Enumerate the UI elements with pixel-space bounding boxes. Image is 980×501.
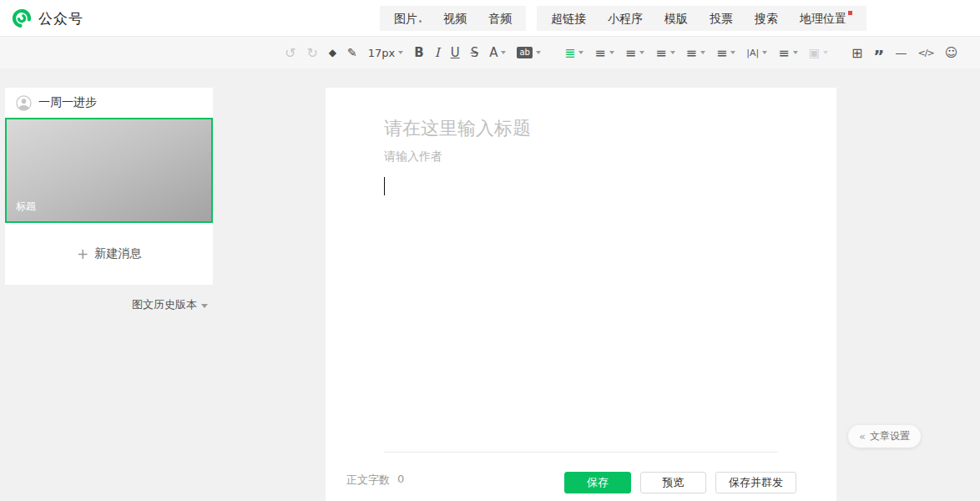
horizontal-rule-button[interactable]: — (891, 42, 912, 63)
italic-button[interactable]: I (430, 42, 445, 63)
top-header: 公众号 图片 视频 音频 超链接 小程序 (0, 0, 980, 37)
unordered-list-dropdown[interactable]: ≣ (559, 42, 589, 63)
menu-item-image-label: 图片 (394, 6, 417, 31)
menu-item-search[interactable]: 搜索 (744, 6, 789, 31)
article-card-selected[interactable]: 标题 (5, 118, 213, 223)
code-icon: </> (918, 48, 934, 58)
menu-item-template[interactable]: 模版 (654, 6, 699, 31)
letter-spacing-dropdown[interactable]: |A| (741, 42, 772, 63)
menu-item-hyperlink[interactable]: 超链接 (540, 6, 597, 31)
insert-media-menu: 图片 视频 音频 (380, 6, 526, 31)
save-and-publish-button[interactable]: 保存并群发 (715, 472, 796, 493)
chevron-down-icon (639, 51, 644, 54)
plus-icon: + (77, 245, 88, 262)
menu-item-video[interactable]: 视频 (432, 6, 477, 31)
dropdown-indicator-icon (419, 20, 422, 23)
account-name: 一周一进步 (38, 95, 97, 110)
bold-button[interactable]: B (409, 42, 428, 63)
editor-footer: 正文字数 0 保存 预览 保存并群发 (326, 453, 836, 501)
bold-icon: B (414, 45, 423, 60)
font-color-icon: A (489, 45, 498, 60)
new-message-button[interactable]: + 新建消息 (5, 223, 213, 285)
chevron-down-icon (501, 51, 506, 54)
message-list-panel: 一周一进步 标题 + 新建消息 (5, 88, 213, 285)
font-color-dropdown[interactable]: A (484, 42, 511, 63)
paragraph-spacing-icon: ≡ (686, 45, 697, 61)
menu-item-mini-program[interactable]: 小程序 (597, 6, 654, 31)
formatting-toolbar: ↺ ↻ ◆ ✎ 17px B I U S A ab ≣ ≡ ≡ ≡ ≡ ≡ |A… (0, 37, 980, 68)
preview-button[interactable]: 预览 (640, 472, 706, 493)
avatar-icon (16, 95, 32, 111)
format-tag-button[interactable]: ◆ (324, 42, 341, 63)
menu-item-video-label: 视频 (443, 6, 467, 31)
history-versions-link[interactable]: 图文历史版本 (5, 297, 213, 312)
format-painter-button[interactable]: ✎ (342, 42, 362, 63)
align-left-dropdown[interactable]: ≡ (589, 42, 619, 63)
title-input[interactable] (384, 118, 778, 139)
menu-item-search-label: 搜索 (755, 6, 778, 31)
menu-item-location[interactable]: 地理位置 (789, 6, 863, 31)
undo-button[interactable]: ↺ (280, 42, 301, 63)
footer-buttons: 保存 预览 保存并群发 (564, 472, 796, 493)
author-input[interactable] (384, 149, 778, 163)
word-count-label: 正文字数 (346, 473, 390, 488)
menu-item-location-label: 地理位置 (800, 6, 846, 31)
text-highlight-icon: ab (517, 47, 532, 58)
chevron-down-icon (670, 51, 675, 54)
line-height-dropdown[interactable]: ≡ (650, 42, 679, 63)
list-style-dropdown[interactable]: ≡ (773, 42, 802, 63)
format-tag-icon: ◆ (329, 47, 336, 58)
align-left-icon: ≡ (594, 45, 605, 61)
expand-panel-icon: « (859, 430, 866, 443)
redo-button[interactable]: ↻ (301, 42, 322, 63)
text-highlight-dropdown[interactable]: ab (512, 42, 545, 63)
redo-icon: ↻ (306, 45, 317, 61)
blockquote-icon: ” (873, 45, 884, 60)
image-align-icon: ▣ (809, 46, 820, 59)
menu-item-image[interactable]: 图片 (383, 6, 432, 31)
chevron-down-icon (536, 51, 541, 54)
chevron-down-icon (762, 51, 767, 54)
strikethrough-button[interactable]: S (466, 42, 484, 63)
horizontal-rule-icon: — (896, 46, 907, 59)
letter-spacing-icon: |A| (746, 48, 759, 58)
insert-table-button[interactable]: ⊞ (846, 42, 867, 63)
text-cursor (384, 177, 385, 195)
article-card-title: 标题 (16, 200, 36, 214)
insert-code-button[interactable]: </> (913, 42, 939, 63)
new-feature-badge (848, 11, 852, 15)
chevron-down-icon (793, 51, 798, 54)
font-size-value: 17px (368, 47, 396, 59)
menu-item-poll-label: 投票 (710, 6, 733, 31)
wechat-official-accounts-logo[interactable]: 公众号 (12, 0, 83, 37)
chevron-down-icon (201, 304, 208, 308)
blockquote-button[interactable]: ” (868, 42, 889, 63)
unordered-list-icon: ≣ (564, 45, 575, 61)
body-text-area[interactable] (384, 177, 778, 327)
line-height-icon: ≡ (655, 45, 666, 61)
image-align-dropdown[interactable]: ▣ (804, 42, 833, 63)
underline-button[interactable]: U (446, 42, 465, 63)
strikethrough-icon: S (471, 45, 479, 60)
emoji-button[interactable]: ☺ (940, 42, 963, 63)
menu-item-poll[interactable]: 投票 (699, 6, 744, 31)
insert-tools-menu: 超链接 小程序 模版 投票 搜索 地理位置 (537, 6, 866, 31)
brand-spiral-icon (12, 8, 32, 28)
menu-item-audio[interactable]: 音频 (477, 6, 523, 31)
align-center-dropdown[interactable]: ≡ (620, 42, 649, 63)
menu-item-template-label: 模版 (664, 6, 688, 31)
chevron-down-icon (578, 51, 583, 54)
menu-item-mini-program-label: 小程序 (608, 6, 643, 31)
chevron-down-icon (700, 51, 705, 54)
chevron-down-icon (823, 51, 828, 54)
paragraph-spacing-dropdown[interactable]: ≡ (681, 42, 710, 63)
underline-icon: U (451, 45, 460, 60)
undo-icon: ↺ (285, 45, 296, 61)
font-size-dropdown[interactable]: 17px (363, 42, 409, 63)
article-settings-toggle[interactable]: « 文章设置 (848, 425, 921, 448)
logo-text: 公众号 (38, 9, 83, 28)
indent-dropdown[interactable]: ≡ (711, 42, 740, 63)
align-center-icon: ≡ (625, 45, 636, 61)
list-style-icon: ≡ (778, 45, 789, 61)
save-button[interactable]: 保存 (564, 472, 631, 493)
